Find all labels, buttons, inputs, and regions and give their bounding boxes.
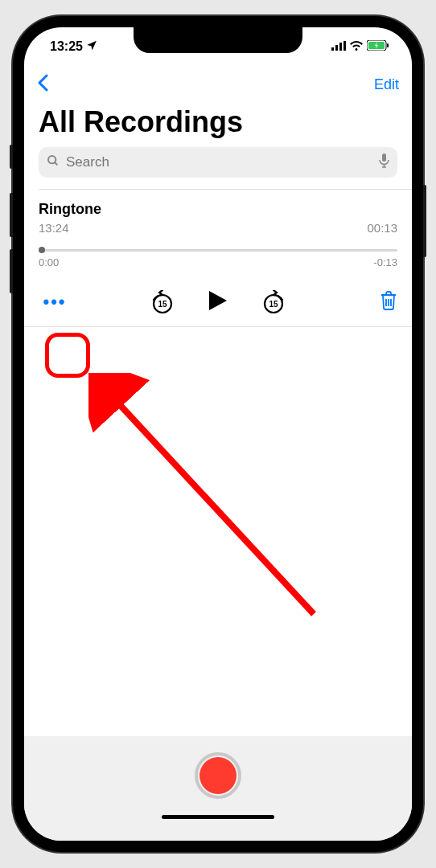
search-input[interactable] (66, 154, 372, 170)
skip-forward-button[interactable]: 15 (261, 290, 286, 314)
recording-duration: 00:13 (367, 221, 397, 235)
back-button[interactable] (37, 72, 48, 97)
battery-icon (367, 39, 389, 54)
edit-button[interactable]: Edit (374, 76, 399, 93)
status-time: 13:25 (50, 39, 83, 54)
recording-time: 13:24 (39, 221, 69, 235)
skip-back-button[interactable]: 15 (150, 290, 175, 314)
delete-button[interactable] (380, 291, 397, 313)
microphone-icon[interactable] (379, 154, 389, 171)
location-icon (86, 39, 97, 54)
svg-rect-2 (339, 43, 342, 51)
scrubber-thumb[interactable] (39, 247, 45, 253)
svg-point-7 (48, 156, 56, 163)
svg-text:15: 15 (269, 300, 278, 309)
signal-icon (331, 39, 346, 54)
record-button[interactable] (195, 752, 241, 799)
svg-line-8 (55, 162, 57, 165)
svg-rect-1 (335, 45, 338, 51)
wifi-icon (350, 39, 363, 54)
svg-rect-3 (343, 41, 346, 51)
scrubber-remaining-time: -0:13 (373, 256, 397, 268)
playback-controls: ••• 15 15 (24, 276, 412, 326)
recording-title: Ringtone (39, 201, 101, 218)
more-options-button[interactable]: ••• (39, 292, 71, 313)
bottom-toolbar (24, 736, 412, 841)
play-button[interactable] (207, 289, 229, 315)
scrubber-current-time: 0:00 (39, 256, 59, 268)
svg-rect-6 (387, 43, 389, 47)
empty-area (24, 327, 412, 736)
home-indicator[interactable] (162, 815, 274, 819)
page-title: All Recordings (24, 100, 412, 147)
search-icon (47, 154, 60, 170)
playback-scrubber[interactable]: 0:00 -0:13 (39, 249, 397, 268)
recording-item[interactable]: Ringtone 13:24 00:13 0:00 -0:13 (24, 190, 412, 276)
svg-text:15: 15 (158, 300, 167, 309)
nav-bar: Edit (24, 66, 412, 100)
svg-rect-0 (331, 47, 334, 51)
svg-rect-9 (382, 154, 386, 162)
search-bar[interactable] (39, 147, 397, 178)
